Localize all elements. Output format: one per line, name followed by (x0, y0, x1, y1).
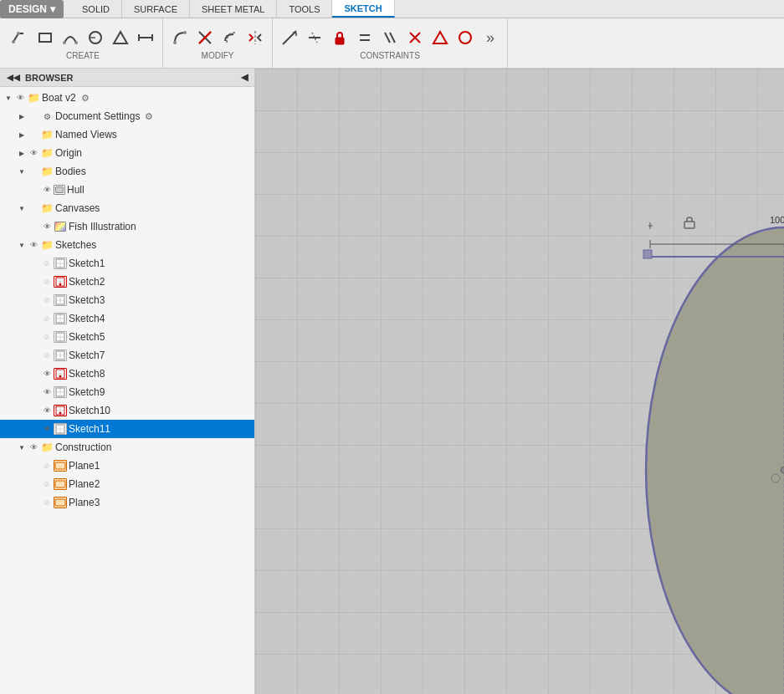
expand-arrow-origin[interactable] (17, 148, 27, 158)
create-label[interactable]: CREATE (66, 51, 100, 60)
expand-arrow-sketch5[interactable] (30, 332, 40, 342)
viewport[interactable]: Ø2.00 100 50 50 (255, 69, 784, 694)
dimension-tool[interactable] (134, 26, 157, 49)
triangle-constraint[interactable] (428, 26, 452, 49)
expand-arrow-plane3[interactable] (30, 498, 40, 508)
expand-arrow-sketch9[interactable] (30, 387, 40, 397)
coincident-constraint[interactable] (278, 26, 301, 49)
tree-item-sketch8[interactable]: 👁Sketch8 (0, 365, 254, 383)
tree-item-fish[interactable]: 👁Fish Illustration (0, 217, 254, 236)
expand-arrow-sketch7[interactable] (30, 350, 40, 360)
dim-100: 100 (770, 215, 784, 225)
tree-item-boat[interactable]: 👁📁Boat v2⚙ (0, 89, 254, 107)
tree-item-sketches[interactable]: 👁📁Sketches (0, 236, 254, 254)
expand-arrow-plane2[interactable] (30, 479, 40, 489)
tree-item-hull[interactable]: 👁Hull (0, 181, 254, 199)
circle-constraint[interactable] (453, 26, 477, 49)
expand-arrow-sketch8[interactable] (30, 369, 40, 379)
trim-tool[interactable] (193, 26, 217, 49)
tree-item-sketch4[interactable]: ⊘Sketch4 (0, 309, 254, 328)
expand-arrow-sketches[interactable] (17, 240, 27, 250)
expand-arrow-plane1[interactable] (30, 461, 40, 471)
design-button[interactable]: DESIGN ▾ (0, 0, 64, 18)
equal-constraint[interactable] (353, 26, 377, 49)
eye-icon-plane3[interactable]: ⊘ (40, 497, 54, 508)
eye-icon-sketch9[interactable]: 👁 (40, 386, 54, 398)
eye-icon-sketch2[interactable]: ⊘ (40, 276, 54, 288)
tree-item-sketch3[interactable]: ⊘Sketch3 (0, 291, 254, 309)
tree-item-construction[interactable]: 👁📁Construction (0, 438, 254, 457)
tab-solid[interactable]: SOLID (70, 0, 122, 18)
eye-icon-plane1[interactable]: ⊘ (40, 460, 54, 472)
tree-item-bodies[interactable]: 👁📁Bodies (0, 162, 254, 181)
eye-icon-hull[interactable]: 👁 (40, 184, 54, 196)
tree-item-canvases[interactable]: 👁📁Canvases (0, 199, 254, 217)
eye-icon-sketch4[interactable]: ⊘ (40, 313, 54, 324)
eye-icon-fish[interactable]: 👁 (40, 221, 54, 232)
tree-item-plane3[interactable]: ⊘Plane3 (0, 493, 254, 512)
triangle-tool[interactable] (109, 26, 132, 49)
constraints-label[interactable]: CONSTRAINTS (360, 51, 420, 60)
tab-tools[interactable]: TOOLS (277, 0, 332, 18)
collinear-constraint[interactable] (303, 26, 326, 49)
tab-sketch[interactable]: SKETCH (332, 0, 394, 18)
more-constraints[interactable]: » (479, 26, 502, 49)
eye-icon-sketch5[interactable]: ⊘ (40, 331, 54, 343)
eye-icon-sketch1[interactable]: ⊘ (40, 258, 54, 269)
tree-item-named-views[interactable]: 👁📁Named Views (0, 125, 254, 144)
tree-item-origin[interactable]: 👁📁Origin (0, 144, 254, 162)
tree-item-sketch9[interactable]: 👁Sketch9 (0, 383, 254, 401)
eye-icon-sketch7[interactable]: ⊘ (40, 350, 54, 361)
tree-item-plane2[interactable]: ⊘Plane2 (0, 475, 254, 493)
line-tool[interactable] (8, 26, 32, 49)
lock-constraint[interactable] (328, 26, 351, 49)
tree-item-sketch7[interactable]: ⊘Sketch7 (0, 346, 254, 365)
tree-item-plane1[interactable]: ⊘Plane1 (0, 457, 254, 475)
expand-arrow-sketch2[interactable] (30, 277, 40, 287)
eye-icon-sketch3[interactable]: ⊘ (40, 294, 54, 306)
eye-icon-boat[interactable]: 👁 (13, 92, 27, 104)
tree-item-sketch10[interactable]: 👁Sketch10 (0, 401, 254, 420)
tree-item-sketch5[interactable]: ⊘Sketch5 (0, 328, 254, 346)
eye-icon-sketch10[interactable]: 👁 (40, 405, 54, 416)
expand-arrow-construction[interactable] (17, 442, 27, 452)
tab-surface[interactable]: SURFACE (122, 0, 190, 18)
expand-arrow-fish[interactable] (30, 222, 40, 232)
expand-arrow-hull[interactable] (30, 185, 40, 195)
settings-icon-boat[interactable]: ⚙ (79, 92, 91, 104)
expand-arrow-sketch1[interactable] (30, 258, 40, 268)
fillet-tool[interactable] (168, 26, 192, 49)
eye-icon-construction[interactable]: 👁 (27, 441, 40, 453)
expand-arrow-sketch11[interactable] (30, 424, 40, 434)
expand-arrow-sketch4[interactable] (30, 314, 40, 324)
tree-item-sketch1[interactable]: ⊘Sketch1 (0, 254, 254, 273)
tree-item-sketch2[interactable]: ⊘Sketch2 (0, 273, 254, 291)
tree-item-sketch11[interactable]: 👁Sketch11 (0, 420, 254, 438)
expand-arrow-doc-settings[interactable] (17, 111, 27, 121)
tab-sheet-metal[interactable]: SHEET METAL (190, 0, 277, 18)
arc-tool[interactable] (59, 26, 82, 49)
expand-arrow-canvases[interactable] (17, 203, 27, 213)
eye-icon-sketch11[interactable]: 👁 (40, 423, 54, 435)
perpendicular-constraint[interactable] (403, 26, 427, 49)
expand-arrow-sketch3[interactable] (30, 295, 40, 305)
offset-tool[interactable] (218, 26, 242, 49)
expand-arrow-sketch10[interactable] (30, 406, 40, 416)
eye-icon-plane2[interactable]: ⊘ (40, 478, 54, 490)
rectangle-tool[interactable] (33, 26, 57, 49)
settings-icon-doc-settings[interactable]: ⚙ (143, 110, 155, 122)
expand-arrow-boat[interactable] (3, 93, 13, 103)
expand-arrow-bodies[interactable] (17, 166, 27, 176)
eye-icon-sketches[interactable]: 👁 (27, 239, 40, 251)
circle-tool[interactable] (84, 26, 107, 49)
browser-collapse[interactable]: ◀ (241, 72, 248, 83)
item-label-canvases: Canvases (55, 202, 100, 214)
parallel-constraint[interactable] (378, 26, 402, 49)
mirror-tool[interactable] (243, 26, 267, 49)
browser-toggle-left[interactable]: ◀◀ (7, 73, 20, 82)
modify-label[interactable]: MODIFY (202, 51, 234, 60)
expand-arrow-named-views[interactable] (17, 130, 27, 140)
eye-icon-origin[interactable]: 👁 (27, 147, 40, 159)
tree-item-doc-settings[interactable]: 👁⚙Document Settings⚙ (0, 107, 254, 125)
eye-icon-sketch8[interactable]: 👁 (40, 368, 54, 380)
